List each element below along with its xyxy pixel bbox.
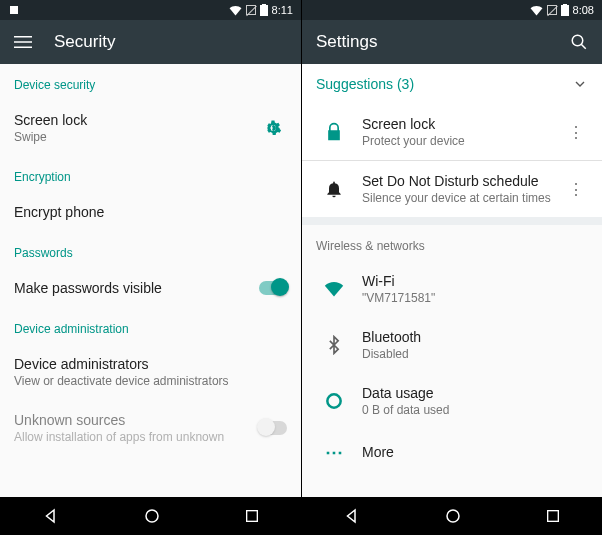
device-admins-title: Device administrators [14, 356, 287, 372]
screen-lock-row[interactable]: Screen lock Swipe [0, 100, 301, 156]
suggestions-label: Suggestions (3) [316, 76, 572, 92]
svg-point-7 [146, 510, 158, 522]
wifi-icon [229, 4, 242, 17]
app-bar: Security [0, 20, 301, 64]
suggestion-title: Set Do Not Disturb schedule [362, 173, 568, 189]
nav-bar [302, 497, 602, 535]
lock-icon [324, 122, 344, 142]
svg-rect-3 [14, 36, 32, 38]
more-vert-icon[interactable]: ⋮ [568, 123, 588, 142]
nav-bar [0, 497, 301, 535]
svg-rect-2 [262, 4, 266, 6]
page-title: Settings [316, 32, 377, 52]
more-vert-icon[interactable]: ⋮ [568, 180, 588, 199]
bluetooth-sub: Disabled [362, 347, 588, 361]
wifi-icon [530, 4, 543, 17]
passwords-visible-title: Make passwords visible [14, 280, 259, 296]
svg-rect-1 [260, 5, 268, 16]
svg-point-14 [447, 510, 459, 522]
svg-line-12 [581, 44, 586, 49]
suggestion-screen-lock[interactable]: Screen lock Protect your device ⋮ [302, 104, 602, 160]
security-content: Device security Screen lock Swipe Encryp… [0, 64, 301, 497]
search-icon[interactable] [570, 33, 588, 51]
switch-on-icon[interactable] [259, 281, 287, 295]
page-title: Security [54, 32, 115, 52]
suggestion-sub: Protect your device [362, 134, 568, 148]
data-sub: 0 B of data used [362, 403, 588, 417]
screen-lock-sub: Swipe [14, 130, 259, 144]
data-usage-icon [324, 391, 344, 411]
notification-icon [8, 4, 20, 16]
unknown-sources-title: Unknown sources [14, 412, 259, 428]
status-bar: 8:08 [302, 0, 602, 20]
device-admins-sub: View or deactivate device administrators [14, 374, 287, 388]
screen-lock-title: Screen lock [14, 112, 259, 128]
chevron-down-icon [572, 76, 588, 92]
svg-point-11 [572, 35, 583, 46]
svg-rect-4 [14, 41, 32, 43]
svg-rect-8 [246, 511, 257, 522]
section-device-admin: Device administration [0, 308, 301, 344]
suggestion-sub: Silence your device at certain times [362, 191, 568, 205]
data-usage-row[interactable]: Data usage 0 B of data used [302, 373, 602, 429]
settings-content: Suggestions (3) Screen lock Protect your… [302, 64, 602, 497]
section-wireless: Wireless & networks [302, 225, 602, 261]
svg-rect-10 [563, 4, 567, 6]
app-bar: Settings [302, 20, 602, 64]
back-icon[interactable] [42, 507, 60, 525]
wifi-icon [324, 279, 344, 299]
battery-icon [561, 4, 569, 16]
wifi-sub: "VM7171581" [362, 291, 588, 305]
encrypt-phone-title: Encrypt phone [14, 204, 287, 220]
status-bar: 8:11 [0, 0, 301, 20]
wifi-row[interactable]: Wi-Fi "VM7171581" [302, 261, 602, 317]
svg-rect-0 [10, 6, 18, 14]
section-gap [302, 217, 602, 225]
recent-icon[interactable] [244, 508, 260, 524]
home-icon[interactable] [143, 507, 161, 525]
gear-icon[interactable] [264, 119, 282, 137]
status-time: 8:08 [573, 4, 594, 16]
svg-rect-9 [561, 5, 569, 16]
no-sim-icon [547, 5, 557, 15]
svg-rect-5 [14, 47, 32, 49]
bluetooth-row[interactable]: Bluetooth Disabled [302, 317, 602, 373]
unknown-sources-row[interactable]: Unknown sources Allow installation of ap… [0, 400, 301, 456]
phone-security: 8:11 Security Device security Screen loc… [0, 0, 301, 535]
more-row[interactable]: ⋯ More [302, 429, 602, 475]
suggestions-header[interactable]: Suggestions (3) [302, 64, 602, 104]
battery-icon [260, 4, 268, 16]
svg-point-13 [327, 394, 340, 407]
svg-rect-15 [547, 511, 558, 522]
passwords-visible-row[interactable]: Make passwords visible [0, 268, 301, 308]
bluetooth-icon [324, 335, 344, 355]
back-icon[interactable] [343, 507, 361, 525]
recent-icon[interactable] [545, 508, 561, 524]
data-title: Data usage [362, 385, 588, 401]
section-passwords: Passwords [0, 232, 301, 268]
encrypt-phone-row[interactable]: Encrypt phone [0, 192, 301, 232]
section-encryption: Encryption [0, 156, 301, 192]
switch-off-icon[interactable] [259, 421, 287, 435]
phone-settings: 8:08 Settings Suggestions (3) Screen loc… [301, 0, 602, 535]
section-device-security: Device security [0, 64, 301, 100]
device-admins-row[interactable]: Device administrators View or deactivate… [0, 344, 301, 400]
status-time: 8:11 [272, 4, 293, 16]
bell-icon [324, 179, 344, 199]
suggestion-dnd[interactable]: Set Do Not Disturb schedule Silence your… [302, 161, 602, 217]
more-title: More [362, 444, 588, 460]
unknown-sources-sub: Allow installation of apps from unknown [14, 430, 259, 444]
suggestion-title: Screen lock [362, 116, 568, 132]
bluetooth-title: Bluetooth [362, 329, 588, 345]
hamburger-icon[interactable] [14, 33, 32, 51]
home-icon[interactable] [444, 507, 462, 525]
no-sim-icon [246, 5, 256, 15]
more-horiz-icon: ⋯ [325, 441, 343, 463]
wifi-title: Wi-Fi [362, 273, 588, 289]
